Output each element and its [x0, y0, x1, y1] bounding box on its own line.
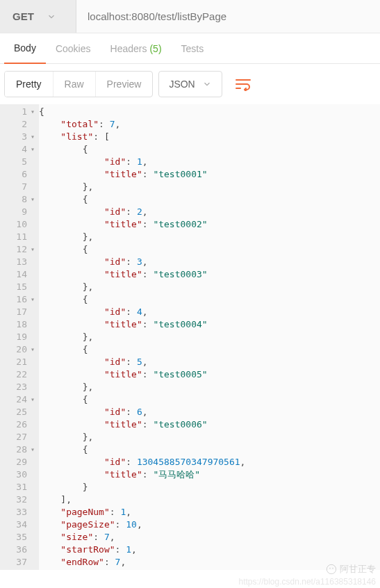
code-line: "id": 6, [39, 406, 380, 418]
code-line: "pageSize": 10, [39, 518, 380, 531]
svg-point-0 [327, 564, 336, 573]
code-line: "id": 2, [39, 206, 380, 218]
view-raw-label: Raw [65, 79, 84, 90]
code-line: "id": 1, [39, 156, 380, 168]
line-number: 18 [1, 318, 35, 331]
code-line: { [39, 343, 380, 356]
svg-point-1 [329, 568, 331, 569]
code-line: { [39, 193, 380, 206]
wrap-lines-button[interactable] [228, 69, 258, 99]
tab-cookies-label: Cookies [56, 43, 91, 54]
code-line: "pageNum": 1, [39, 506, 380, 518]
format-label: JSON [169, 79, 195, 90]
http-method-label: GET [13, 10, 34, 22]
request-bar: GET localhost:8080/test/listByPage [0, 0, 380, 33]
code-line: { [39, 143, 380, 156]
code-line: { [39, 393, 380, 406]
tab-tests-label: Tests [181, 43, 204, 54]
line-number: 21 [1, 356, 35, 368]
code-line: "title": "马马哈哈" [39, 468, 380, 481]
url-input[interactable]: localhost:8080/test/listByPage [76, 0, 380, 33]
code-line: { [39, 106, 380, 118]
url-text: localhost:8080/test/listByPage [88, 10, 226, 22]
code-line: "title": "test0006" [39, 418, 380, 431]
line-number: 4▾ [1, 143, 35, 156]
tab-body-label: Body [14, 42, 36, 54]
watermark-name: 阿甘正专 [340, 563, 376, 575]
line-number: 22 [1, 368, 35, 381]
line-number: 2 [1, 118, 35, 131]
line-number: 11 [1, 231, 35, 243]
view-preview-button[interactable]: Preview [96, 72, 153, 97]
line-number: 9 [1, 206, 35, 218]
line-number: 17 [1, 306, 35, 318]
code-content[interactable]: { "total": 7, "list": [ { "id": 1, "titl… [39, 104, 380, 570]
line-number: 6 [1, 168, 35, 181]
watermark-url: https://blog.csdn.net/a116385318146 [239, 577, 377, 587]
tab-headers-label: Headers [110, 43, 147, 54]
code-line: } [39, 481, 380, 493]
code-line: "startRow": 1, [39, 544, 380, 556]
code-line: ], [39, 493, 380, 506]
svg-point-2 [332, 568, 333, 569]
line-number: 13 [1, 256, 35, 268]
code-line: "id": 1304588570347970561, [39, 456, 380, 468]
line-number: 3▾ [1, 131, 35, 143]
wechat-icon [326, 564, 337, 575]
view-raw-button[interactable]: Raw [53, 72, 96, 97]
code-line: "title": "test0002" [39, 218, 380, 231]
line-number: 37 [1, 556, 35, 569]
line-number: 19 [1, 331, 35, 343]
view-toolbar: Pretty Raw Preview JSON [0, 64, 380, 104]
code-line: "size": 7, [39, 531, 380, 544]
tab-body[interactable]: Body [4, 33, 46, 64]
code-line: "id": 4, [39, 306, 380, 318]
format-dropdown[interactable]: JSON [158, 71, 222, 97]
line-number: 23 [1, 381, 35, 393]
response-body: 1▾23▾4▾5678▾9101112▾13141516▾17181920▾21… [0, 104, 380, 570]
line-number: 15 [1, 281, 35, 293]
line-number: 28▾ [1, 443, 35, 456]
code-line: { [39, 293, 380, 306]
line-number: 32 [1, 493, 35, 506]
code-line: { [39, 443, 380, 456]
line-number: 10 [1, 218, 35, 231]
code-line: "title": "test0005" [39, 368, 380, 381]
code-line: }, [39, 181, 380, 193]
code-line: }, [39, 281, 380, 293]
view-pretty-button[interactable]: Pretty [5, 72, 53, 97]
code-line: "total": 7, [39, 118, 380, 131]
view-mode-group: Pretty Raw Preview [4, 71, 153, 97]
tab-tests[interactable]: Tests [172, 33, 214, 64]
code-line: }, [39, 231, 380, 243]
code-line: "list": [ [39, 131, 380, 143]
code-line: "id": 3, [39, 256, 380, 268]
code-line: "title": "test0004" [39, 318, 380, 331]
code-line: }, [39, 381, 380, 393]
watermark: 阿甘正专 [326, 563, 376, 575]
tab-headers[interactable]: Headers (5) [101, 33, 172, 64]
code-line: "title": "test0003" [39, 268, 380, 281]
line-number: 35 [1, 531, 35, 544]
line-number: 7 [1, 181, 35, 193]
view-pretty-label: Pretty [16, 79, 42, 90]
line-number: 5 [1, 156, 35, 168]
code-line: "title": "test0001" [39, 168, 380, 181]
line-number: 8▾ [1, 193, 35, 206]
code-line: }, [39, 431, 380, 443]
line-number: 31 [1, 481, 35, 493]
line-number: 34 [1, 518, 35, 531]
chevron-down-icon [47, 12, 56, 22]
http-method-dropdown[interactable]: GET [0, 0, 76, 33]
line-number: 16▾ [1, 293, 35, 306]
view-preview-label: Preview [107, 79, 142, 90]
line-number: 30 [1, 468, 35, 481]
wrap-icon [235, 77, 251, 91]
line-gutter: 1▾23▾4▾5678▾9101112▾13141516▾17181920▾21… [0, 104, 39, 570]
line-number: 25 [1, 406, 35, 418]
line-number: 20▾ [1, 343, 35, 356]
tab-cookies[interactable]: Cookies [46, 33, 101, 64]
line-number: 24▾ [1, 393, 35, 406]
line-number: 14 [1, 268, 35, 281]
code-line: { [39, 243, 380, 256]
